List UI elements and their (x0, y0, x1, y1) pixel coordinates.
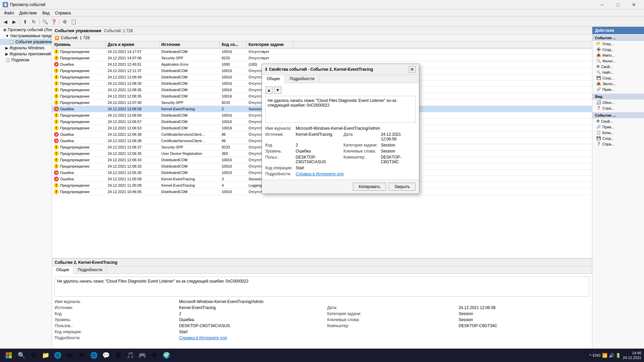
sidebar-item-custom[interactable]: ▼ Настраиваемые представле... (0, 33, 52, 39)
taskbar-search[interactable]: 🔍 (16, 350, 27, 361)
rp-item-import[interactable]: 📥Импо... (592, 52, 644, 58)
level-text: Предупреждение (60, 94, 90, 98)
details-link[interactable]: Справка в Интернете для (179, 336, 589, 340)
close-button[interactable]: ✕ (626, 0, 641, 9)
dialog-tab-details[interactable]: Подробности (285, 75, 319, 83)
taskbar-store[interactable]: 🛍 (64, 350, 75, 361)
rp-item-event-attach[interactable]: 🔗Прив... (592, 124, 644, 130)
sidebar-item-app-logs[interactable]: ▶ Журналы приложений и сл... (0, 51, 52, 57)
rp-item-event-props[interactable]: ⚙Свой... (592, 118, 644, 124)
toolbar-action2[interactable]: ❓ (50, 18, 58, 25)
rp-item-open[interactable]: 📂Откр... (592, 41, 644, 47)
level-indicator: ! (54, 158, 59, 162)
dialog-close-action-button[interactable]: Закрыть (389, 183, 416, 191)
menu-view[interactable]: Вид (40, 10, 52, 16)
rp-item-event-save[interactable]: 💾Сохр... (592, 135, 644, 141)
cell-level: ! Предупреждение (52, 49, 106, 55)
rp-item-help[interactable]: ❓Спра... (592, 105, 644, 111)
taskbar-music[interactable]: 🎵 (125, 350, 136, 361)
menu-file[interactable]: Файл (1, 10, 17, 16)
level-indicator: ✕ (54, 132, 59, 137)
import-icon: 📥 (596, 53, 601, 57)
table-row[interactable]: ! Предупреждение 24.12.2021 14:07:06 Sec… (52, 55, 592, 61)
level-text: Ошибка (60, 132, 74, 136)
level-text: Ошибка (60, 139, 74, 143)
cell-datetime: 24.12.2021 12:06:33 (106, 157, 159, 163)
taskbar-nvidia[interactable]: 🎮 (137, 350, 148, 361)
taskbar-time-date[interactable]: 14:46 24.12.2021 (623, 351, 641, 360)
rp-item-filter[interactable]: 🔍Фильт... (592, 58, 644, 64)
toolbar-refresh[interactable]: ↻ (30, 18, 38, 25)
taskbar-mail[interactable]: ✉ (76, 350, 87, 361)
dlg-details-link[interactable]: Справка в Интернете для (296, 172, 416, 176)
cell-source: Kernel-EventTracing (159, 182, 220, 188)
rp-item-props[interactable]: ⚙Свой... (592, 64, 644, 69)
taskbar-network: 📶 (602, 353, 607, 358)
dialog-copy-button[interactable]: Копировать (353, 183, 386, 191)
taskbar-volume[interactable]: 🔊 (609, 353, 614, 358)
sidebar-item-windows-logs[interactable]: ▶ Журналы Windows (0, 45, 52, 51)
cell-datetime: 24.12.2021 12:08:35 (106, 93, 159, 99)
toolbar-action4[interactable]: 📋 (69, 18, 77, 25)
rp-item-attach[interactable]: 🔗Прив... (592, 86, 644, 92)
col-datetime[interactable]: Дата и время (106, 41, 159, 48)
menu-action[interactable]: Действие (17, 10, 40, 16)
taskbar-right: ^ ENG 📶 🔊 🔋 14:46 24.12.2021 (589, 351, 641, 360)
bottom-tabs: Общие Подробности (52, 266, 592, 274)
dlg-source-value: Kernel-EventTracing (296, 132, 340, 141)
taskbar-browser2[interactable]: 🌍 (161, 350, 172, 361)
rp-item-create[interactable]: ➕Созд... (592, 47, 644, 52)
dialog-close-button[interactable]: ✕ (409, 66, 416, 73)
toolbar-action1[interactable]: 🔍 (41, 18, 49, 25)
bottom-tab-details[interactable]: Подробности (73, 266, 107, 274)
taskbar-chrome[interactable]: 🌐 (89, 350, 99, 361)
cell-datetime: 24.12.2021 12:05:30 (106, 170, 159, 176)
menu-help[interactable]: Справка (52, 10, 73, 16)
level-text: Предупреждение (60, 126, 90, 130)
rp-item-event-help[interactable]: ❓Спра... (592, 141, 644, 147)
filter-icon: 🔽 (55, 36, 59, 40)
taskbar-explorer[interactable]: 📁 (40, 350, 51, 361)
taskbar-apps[interactable]: ⊞ (113, 350, 123, 361)
toolbar-back[interactable]: ◀ (1, 18, 9, 25)
toolbar: ◀ ▶ ⬆ ↻ 🔍 ❓ ⚙ 📋 (0, 17, 644, 27)
sidebar-item-viewer-label: Просмотр событий (Локальн... (8, 27, 52, 32)
events-sub-header: 🔽 Событий: 1 728 (52, 35, 592, 41)
maximize-button[interactable]: □ (610, 0, 626, 9)
cell-code: 86 (220, 131, 247, 137)
sidebar-item-subscriptions[interactable]: 📋 Подписки (0, 57, 52, 63)
dialog-nav-up[interactable]: ▲ (265, 86, 273, 94)
sidebar-item-control[interactable]: 📋 События управления (0, 39, 52, 45)
level-value: Ошибка (179, 317, 322, 322)
taskbar-battery: 🔋 (615, 353, 621, 358)
toolbar-up[interactable]: ⬆ (21, 18, 29, 25)
dlg-user-label: Польз.: (265, 155, 292, 164)
dlg-date-value: 24.12.2021 12:06:58 (381, 132, 416, 141)
col-source[interactable]: Источник (159, 41, 220, 48)
rp-item-find[interactable]: 🔍Найт... (592, 69, 644, 75)
rp-item-save[interactable]: 💾Сохр... (592, 75, 644, 81)
toolbar-forward[interactable]: ▶ (10, 18, 18, 25)
col-level[interactable]: Уровень (52, 41, 106, 48)
taskbar-discord[interactable]: 💬 (101, 350, 111, 361)
bottom-tab-general[interactable]: Общие (52, 266, 73, 274)
sidebar-item-viewer[interactable]: 🖥 Просмотр событий (Локальн... (0, 27, 52, 33)
rp-item-export[interactable]: 📤Экспо... (592, 81, 644, 86)
start-button[interactable] (3, 349, 15, 361)
taskbar-lang[interactable]: ENG (593, 353, 601, 357)
dialog-tab-general[interactable]: Общие (262, 75, 285, 83)
dlg-keywords-label: Ключевые слова: (343, 149, 377, 154)
events-sub-label: Событий: 1 728 (61, 36, 90, 40)
rp-item-refresh[interactable]: 🔄Обно... (592, 100, 644, 105)
taskbar-settings[interactable]: ⚙ (149, 350, 160, 361)
table-row[interactable]: ! Предупреждение 24.12.2021 14:17:57 Dis… (52, 49, 592, 55)
minimize-button[interactable]: ─ (595, 0, 610, 9)
dialog-nav-down[interactable]: ▼ (274, 86, 281, 94)
col-code[interactable]: Код со... (220, 41, 247, 48)
rp-item-event-copy[interactable]: 📋Копи... (592, 130, 644, 135)
taskbar-edge[interactable]: 🌐 (52, 350, 63, 361)
taskbar-taskview[interactable]: ⧉ (28, 350, 39, 361)
col-category[interactable]: Категория задачи (247, 41, 293, 48)
toolbar-action3[interactable]: ⚙ (61, 18, 69, 25)
taskbar-chevron[interactable]: ^ (589, 353, 591, 358)
